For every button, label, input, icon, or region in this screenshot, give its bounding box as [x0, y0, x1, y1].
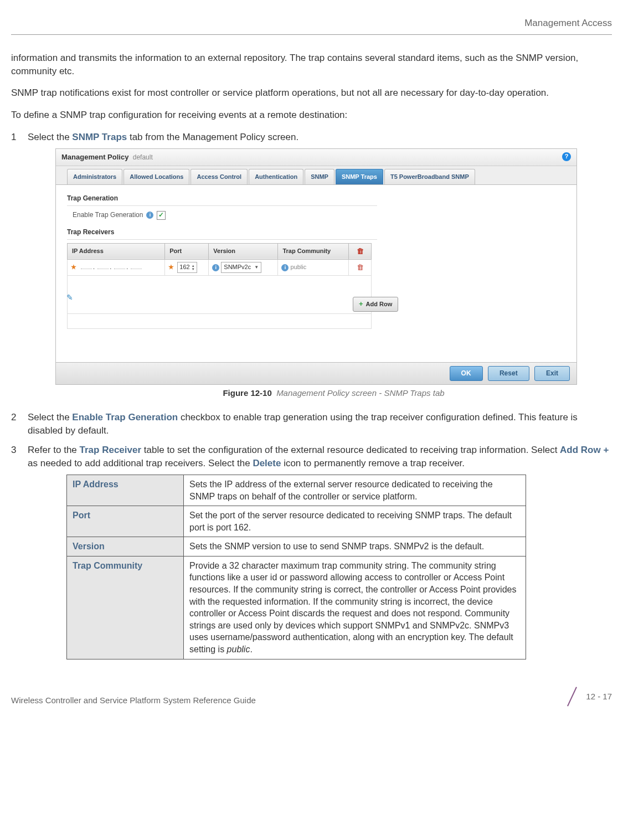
step-3-mid-1: table to set the configuration of the ex… [141, 445, 560, 455]
dialog-footer: OK Reset Exit [56, 362, 576, 384]
param-version-label: Version [67, 537, 184, 556]
community-value[interactable]: public [291, 264, 307, 270]
ok-button[interactable]: OK [450, 366, 483, 381]
step-3-text-pre: Refer to the [28, 445, 80, 455]
footer-page-number: 12 - 17 [586, 690, 612, 702]
paragraph-3: To define a SNMP trap configuration for … [11, 109, 612, 122]
panel-subtitle: default [133, 153, 153, 161]
step-1-bold: SNMP Traps [72, 132, 127, 142]
required-icon: ★ [168, 264, 174, 270]
trash-icon: 🗑 [357, 247, 364, 255]
param-port-label: Port [67, 506, 184, 537]
table-row[interactable]: ★ . . . ★ 162▲▼ i SNMPv2c [68, 259, 372, 275]
ip-octet-1[interactable] [81, 269, 92, 269]
footer-slash-icon [563, 687, 581, 706]
paragraph-2: SNMP trap notifications exist for most c… [11, 86, 612, 100]
step-2-number: 2 [11, 411, 21, 437]
step-2-bold: Enable Trap Generation [72, 412, 178, 422]
port-spinner[interactable]: 162▲▼ [177, 262, 197, 272]
figure-number: Figure 12-10 [223, 388, 271, 398]
tab-t5-powerbroadband[interactable]: T5 PowerBroadband SNMP [384, 169, 475, 184]
trap-generation-label: Trap Generation [67, 194, 565, 203]
step-3-post: icon to permanently remove a trap receiv… [281, 458, 465, 468]
tab-snmp[interactable]: SNMP [305, 169, 334, 184]
panel-title: Management Policy [61, 153, 128, 161]
ip-octet-4[interactable] [131, 269, 142, 269]
step-3: 3 Refer to the Trap Receiver table to se… [11, 444, 612, 659]
col-community[interactable]: Trap Community [278, 243, 349, 259]
paragraph-1: information and transmits the informatio… [11, 51, 612, 78]
panel-title-bar: Management Policy default ? [56, 149, 576, 166]
step-3-bold-2: Add Row + [560, 445, 609, 455]
tab-administrators[interactable]: Administrators [67, 169, 122, 184]
help-icon[interactable]: ? [562, 152, 571, 161]
step-3-number: 3 [11, 444, 21, 659]
step-1-text-pre: Select the [28, 132, 72, 142]
param-community-label: Trap Community [67, 556, 184, 659]
param-version-desc: Sets the SNMP version to use to send SNM… [184, 537, 526, 556]
enable-trap-label: Enable Trap Generation [73, 210, 143, 220]
header-section-title: Management Access [11, 17, 612, 30]
required-icon: ★ [71, 264, 76, 270]
col-delete: 🗑 [349, 243, 372, 259]
edit-icon[interactable]: ✎ [66, 292, 73, 303]
step-1-number: 1 [11, 131, 21, 404]
step-2-text-pre: Select the [28, 412, 72, 422]
param-ip-desc: Sets the IP address of the external serv… [184, 475, 526, 506]
info-icon[interactable]: i [212, 264, 219, 271]
footer-guide-name: Wireless Controller and Service Platform… [11, 694, 256, 706]
add-row-button[interactable]: +Add Row [353, 297, 398, 311]
col-port[interactable]: Port [165, 243, 209, 259]
tab-snmp-traps[interactable]: SNMP Traps [336, 169, 383, 184]
parameter-table: IP Address Sets the IP address of the ex… [66, 475, 526, 659]
step-2: 2 Select the Enable Trap Generation chec… [11, 411, 612, 437]
figure-screenshot: Management Policy default ? Administrato… [55, 148, 577, 385]
reset-button[interactable]: Reset [488, 366, 529, 381]
info-icon[interactable]: i [146, 212, 153, 219]
col-ip[interactable]: IP Address [68, 243, 165, 259]
step-3-mid-2: as needed to add additional trap receive… [28, 458, 253, 468]
trap-receivers-label: Trap Receivers [67, 228, 565, 237]
figure-caption: Figure 12-10 Management Policy screen - … [55, 387, 612, 399]
tab-access-control[interactable]: Access Control [190, 169, 248, 184]
ip-octet-3[interactable] [114, 269, 125, 269]
plus-icon: + [359, 299, 363, 309]
delete-row-icon[interactable]: 🗑 [357, 263, 364, 271]
header-rule [11, 34, 612, 35]
step-1: 1 Select the SNMP Traps tab from the Man… [11, 131, 612, 404]
tab-bar: Administrators Allowed Locations Access … [56, 166, 576, 185]
col-version[interactable]: Version [209, 243, 278, 259]
step-3-bold-1: Trap Receiver [80, 445, 142, 455]
param-ip-label: IP Address [67, 475, 184, 506]
ip-octet-2[interactable] [97, 269, 109, 269]
trap-receivers-table: IP Address Port Version Trap Community 🗑… [67, 243, 372, 329]
tab-authentication[interactable]: Authentication [249, 169, 303, 184]
exit-button[interactable]: Exit [534, 366, 570, 381]
enable-trap-checkbox[interactable]: ✓ [157, 211, 166, 220]
tab-allowed-locations[interactable]: Allowed Locations [123, 169, 189, 184]
step-3-bold-3: Delete [253, 458, 281, 468]
param-community-desc: Provide a 32 character maximum trap comm… [184, 556, 526, 659]
version-dropdown[interactable]: SNMPv2c▼ [221, 262, 261, 272]
step-1-text-post: tab from the Management Policy screen. [127, 132, 298, 142]
param-port-desc: Set the port of the server resource dedi… [184, 506, 526, 537]
info-icon[interactable]: i [281, 264, 289, 271]
page-footer: Wireless Controller and Service Platform… [11, 687, 612, 706]
figure-caption-text: Management Policy screen - SNMP Traps ta… [276, 388, 444, 398]
